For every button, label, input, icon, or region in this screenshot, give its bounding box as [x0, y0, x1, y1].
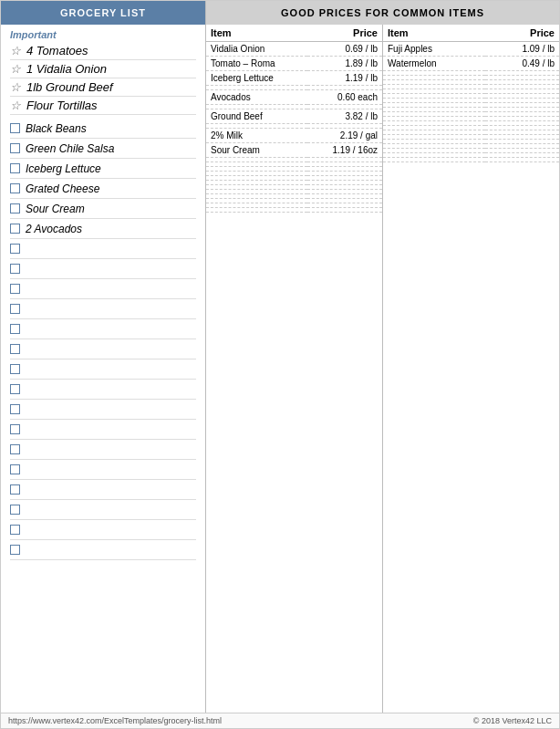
main-content: GROCERY LIST Important ☆4 Tomatoes☆1 Vid… — [1, 1, 559, 713]
checkbox[interactable] — [10, 123, 20, 133]
checkbox-item[interactable] — [10, 319, 196, 339]
checkbox-item[interactable] — [10, 279, 196, 299]
star-icon: ☆ — [10, 44, 21, 57]
star-icon: ☆ — [10, 99, 21, 112]
page: GROCERY LIST Important ☆4 Tomatoes☆1 Vid… — [0, 0, 560, 729]
star-icon: ☆ — [10, 62, 21, 76]
table2-item-header: Item — [383, 25, 485, 42]
table-row: Sour Cream1.19 / 16oz — [206, 143, 382, 158]
price-cell: 1.89 / lb — [307, 57, 382, 71]
checkbox[interactable] — [10, 505, 20, 515]
item-cell — [206, 208, 307, 213]
star-item-label: Flour Tortillas — [26, 99, 98, 112]
checkbox-item[interactable] — [10, 400, 196, 420]
checkbox-item[interactable] — [10, 299, 196, 319]
checkbox-item[interactable] — [10, 359, 196, 380]
checkbox-item[interactable]: Iceberg Lettuce — [10, 159, 196, 179]
checkbox-label: 2 Avocados — [26, 223, 82, 235]
table-row — [206, 208, 382, 213]
checkbox-item[interactable] — [10, 520, 196, 540]
star-item-label: 1 Vidalia Onion — [26, 62, 107, 76]
price-cell: 0.69 / lb — [307, 42, 382, 57]
checkbox[interactable] — [10, 525, 20, 535]
checkbox-item[interactable] — [10, 480, 196, 500]
checkbox[interactable] — [10, 484, 20, 495]
table-row: Watermelon0.49 / lb — [383, 57, 559, 71]
item-cell: Ground Beef — [206, 109, 307, 124]
right-column: GOOD PRICES FOR COMMON ITEMS Item Price … — [206, 1, 559, 713]
checkbox[interactable] — [10, 304, 20, 314]
checkbox-item[interactable] — [10, 440, 196, 460]
price-table-2: Item Price Fuji Apples1.09 / lbWatermelo… — [383, 25, 559, 713]
checkbox-item[interactable]: Sour Cream — [10, 199, 196, 219]
star-item: ☆1lb Ground Beef — [10, 78, 196, 97]
checkbox[interactable] — [10, 163, 20, 173]
table1-item-header: Item — [206, 25, 307, 42]
checkbox-item[interactable] — [10, 339, 196, 359]
checkbox[interactable] — [10, 183, 20, 193]
checkbox-item[interactable] — [10, 259, 196, 279]
item-cell: Watermelon — [383, 57, 485, 71]
prices-tables: Item Price Vidalia Onion0.69 / lbTomato … — [206, 25, 559, 713]
table-row — [383, 158, 559, 162]
price-cell: 0.49 / lb — [485, 57, 559, 71]
checkbox-label: Grated Cheese — [26, 182, 99, 195]
grocery-list-header: GROCERY LIST — [1, 1, 205, 25]
table-row: 2% Milk2.19 / gal — [206, 129, 382, 143]
checkbox-item[interactable] — [10, 500, 196, 520]
price-cell: 1.09 / lb — [485, 42, 559, 57]
checkbox[interactable] — [10, 264, 20, 274]
checkbox[interactable] — [10, 224, 20, 234]
checkbox-label: Sour Cream — [26, 203, 85, 215]
checkbox-item[interactable] — [10, 380, 196, 400]
star-item-label: 4 Tomatoes — [26, 44, 88, 57]
table-row: Avocados0.60 each — [206, 90, 382, 105]
star-item: ☆4 Tomatoes — [10, 42, 196, 60]
checkbox[interactable] — [10, 545, 20, 555]
checkbox-item[interactable] — [10, 460, 196, 480]
checkbox[interactable] — [10, 284, 20, 294]
price-cell: 1.19 / 16oz — [307, 143, 382, 158]
checkbox-item[interactable]: Grated Cheese — [10, 179, 196, 199]
price-cell: 0.60 each — [307, 90, 382, 105]
table-row: Iceberg Lettuce1.19 / lb — [206, 71, 382, 86]
item-cell: Sour Cream — [206, 143, 307, 158]
price-cell — [307, 208, 382, 213]
checkbox[interactable] — [10, 384, 20, 394]
item-cell: Fuji Apples — [383, 42, 485, 57]
checkbox[interactable] — [10, 464, 20, 474]
checkbox-item[interactable]: Black Beans — [10, 119, 196, 139]
price-cell — [485, 158, 559, 162]
item-cell: 2% Milk — [206, 129, 307, 143]
important-label: Important — [1, 25, 205, 42]
table1-price-header: Price — [307, 25, 382, 42]
item-cell: Tomato – Roma — [206, 57, 307, 71]
table-row: Ground Beef3.82 / lb — [206, 109, 382, 124]
checkbox-item[interactable]: 2 Avocados — [10, 219, 196, 239]
checkbox[interactable] — [10, 404, 20, 414]
star-item: ☆Flour Tortillas — [10, 97, 196, 115]
checkbox[interactable] — [10, 143, 20, 153]
item-cell: Avocados — [206, 90, 307, 105]
table2-price-header: Price — [485, 25, 559, 42]
checkbox[interactable] — [10, 364, 20, 374]
checkbox[interactable] — [10, 244, 20, 254]
checkbox-item[interactable] — [10, 239, 196, 259]
checkbox[interactable] — [10, 324, 20, 334]
checkbox[interactable] — [10, 344, 20, 354]
item-cell: Iceberg Lettuce — [206, 71, 307, 86]
star-icon: ☆ — [10, 80, 21, 94]
item-cell — [383, 158, 485, 162]
left-column: GROCERY LIST Important ☆4 Tomatoes☆1 Vid… — [1, 1, 206, 713]
table-row: Tomato – Roma1.89 / lb — [206, 57, 382, 71]
checkbox[interactable] — [10, 424, 20, 434]
checkbox-item[interactable] — [10, 540, 196, 560]
checkbox[interactable] — [10, 203, 20, 213]
checkbox-item[interactable] — [10, 420, 196, 440]
price-cell: 3.82 / lb — [307, 109, 382, 124]
checkbox-item[interactable]: Green Chile Salsa — [10, 139, 196, 159]
checkbox-label: Iceberg Lettuce — [26, 162, 101, 175]
star-list: ☆4 Tomatoes☆1 Vidalia Onion☆1lb Ground B… — [1, 42, 205, 115]
star-item: ☆1 Vidalia Onion — [10, 60, 196, 78]
checkbox[interactable] — [10, 444, 20, 454]
